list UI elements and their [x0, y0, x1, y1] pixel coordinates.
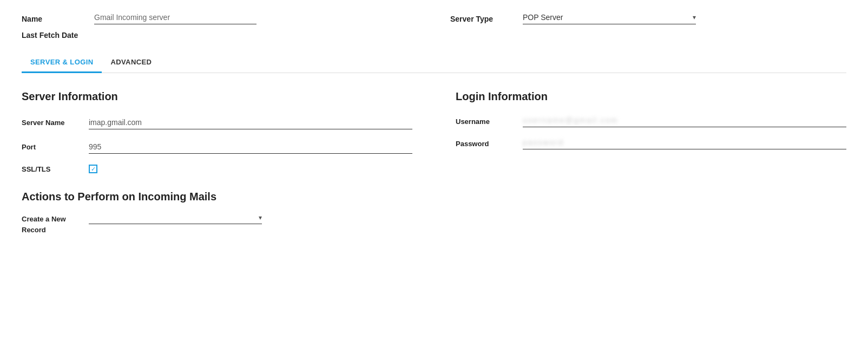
- create-record-chevron-icon: ▾: [259, 214, 262, 221]
- name-label: Name: [22, 15, 81, 23]
- server-name-label: Server Name: [22, 119, 76, 127]
- checkmark-icon: ✓: [91, 166, 96, 172]
- password-row: Password password: [456, 138, 846, 149]
- tab-advanced[interactable]: ADVANCED: [102, 53, 160, 73]
- server-type-label: Server Type: [450, 15, 510, 23]
- ssl-label: SSL/TLS: [22, 165, 76, 173]
- header-left: Name Gmail Incoming server Last Fetch Da…: [22, 13, 418, 40]
- username-value: username@gmail.com: [523, 116, 618, 125]
- main-content: Server Information Server Name Port SSL/…: [22, 90, 846, 235]
- ssl-checkbox[interactable]: ✓: [89, 165, 97, 173]
- port-row: Port: [22, 140, 412, 154]
- actions-row: Create a New Record ▾: [22, 214, 412, 235]
- ssl-checkbox-wrapper: ✓: [89, 165, 97, 173]
- actions-section: Actions to Perform on Incoming Mails Cre…: [22, 191, 412, 235]
- page-container: Name Gmail Incoming server Last Fetch Da…: [0, 0, 868, 248]
- right-panel: Login Information Username username@gmai…: [456, 90, 846, 235]
- tab-server-login[interactable]: SERVER & LOGIN: [22, 53, 102, 73]
- server-name-row: Server Name: [22, 116, 412, 129]
- actions-title: Actions to Perform on Incoming Mails: [22, 191, 412, 203]
- tabs-container: SERVER & LOGIN ADVANCED: [22, 53, 846, 73]
- password-value: password: [523, 138, 564, 147]
- create-record-select[interactable]: ▾: [89, 214, 262, 224]
- login-info-title: Login Information: [456, 90, 846, 103]
- server-type-chevron-icon: ▾: [693, 14, 696, 21]
- ssl-row: SSL/TLS ✓: [22, 165, 412, 173]
- server-type-value: POP Server: [523, 13, 563, 22]
- port-input[interactable]: [89, 140, 412, 154]
- server-name-input[interactable]: [89, 116, 412, 129]
- last-fetch-label: Last Fetch Date: [22, 31, 81, 40]
- name-value: Gmail Incoming server: [94, 13, 257, 24]
- last-fetch-field-group: Last Fetch Date: [22, 31, 418, 40]
- server-type-select[interactable]: POP Server ▾: [523, 13, 696, 24]
- password-label: Password: [456, 140, 510, 148]
- name-field-group: Name Gmail Incoming server: [22, 13, 418, 24]
- left-panel: Server Information Server Name Port SSL/…: [22, 90, 412, 235]
- port-label: Port: [22, 143, 76, 151]
- header-right: Server Type POP Server ▾: [450, 13, 846, 24]
- server-info-title: Server Information: [22, 90, 412, 103]
- header-section: Name Gmail Incoming server Last Fetch Da…: [22, 13, 846, 40]
- username-label: Username: [456, 117, 510, 126]
- username-row: Username username@gmail.com: [456, 116, 846, 127]
- create-record-label: Create a New Record: [22, 214, 76, 235]
- tabs-section: SERVER & LOGIN ADVANCED: [22, 53, 846, 73]
